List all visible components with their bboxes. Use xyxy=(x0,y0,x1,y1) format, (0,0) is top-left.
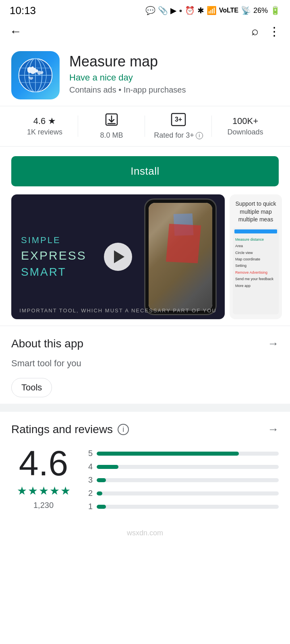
status-icons: 💬 📎 ▶ ● ⏰ ✱ 📶 VoLTE 📡 26% 🔋 xyxy=(145,6,280,15)
install-section: Install xyxy=(0,148,290,194)
watermark: wsxdn.com xyxy=(0,524,290,542)
side-screenshot-header: Support to quickmultiple mapmultiple mea… xyxy=(233,198,279,226)
youtube-icon: ▶ xyxy=(170,6,176,15)
big-rating: 4.6 ★ ★ ★ ★ ★ 1,230 xyxy=(11,446,76,510)
wifi-icon: 📶 xyxy=(207,6,217,15)
total-review-count: 1,230 xyxy=(33,501,54,510)
app-meta: Contains ads • In-app purchases xyxy=(69,85,279,95)
rating-bar-row: 5 xyxy=(85,449,279,458)
ratings-title-group: Ratings and reviews i xyxy=(11,423,129,436)
more-button[interactable]: ⋮ xyxy=(268,24,280,38)
about-title: About this app xyxy=(11,337,83,350)
app-info: Measure map Have a nice day Contains ads… xyxy=(69,51,279,95)
section-divider xyxy=(0,404,290,408)
star-4: ★ xyxy=(50,484,60,497)
star-1: ★ xyxy=(17,484,27,497)
age-rating-icon: 3+ xyxy=(171,113,186,130)
ratings-section: Ratings and reviews i → 4.6 ★ ★ ★ ★ ★ 1,… xyxy=(0,408,290,524)
ratings-title: Ratings and reviews xyxy=(11,423,113,436)
attachment-icon: 📎 xyxy=(158,6,168,15)
downloads-value: 100K+ xyxy=(232,116,258,126)
play-button[interactable] xyxy=(104,243,132,271)
alarm-icon: ⏰ xyxy=(185,6,195,15)
screenshot-bottom-text: IMPORTANT TOOL, WHICH MUST A NECESSARY P… xyxy=(11,308,225,314)
bar-fill xyxy=(97,491,102,495)
battery-icon: 🔋 xyxy=(270,6,280,15)
search-button[interactable]: ⌕ xyxy=(251,24,259,38)
nav-bar: ← ⌕ ⋮ xyxy=(0,19,290,43)
bar-track xyxy=(97,465,279,469)
file-size: 8.0 MB xyxy=(100,131,123,140)
phone-mockup xyxy=(144,198,217,315)
ratings-arrow-icon[interactable]: → xyxy=(267,423,279,436)
info-circle-icon: i xyxy=(196,132,203,139)
side-ui-header xyxy=(234,229,277,233)
stars-row: ★ ★ ★ ★ ★ xyxy=(17,484,70,497)
dot-icon: ● xyxy=(179,7,182,14)
map-aerial xyxy=(149,203,212,311)
tags-row: Tools xyxy=(11,378,279,397)
star-5-half: ★ xyxy=(60,484,70,497)
ratings-header: Ratings and reviews i → xyxy=(11,423,279,436)
star-3: ★ xyxy=(39,484,49,497)
stats-row: 4.6 ★ 1K reviews 8.0 MB 3+ Rated for 3+ … xyxy=(0,106,290,147)
stat-age: 3+ Rated for 3+ i xyxy=(145,113,212,140)
bar-track xyxy=(97,505,279,509)
svg-text:3+: 3+ xyxy=(175,116,182,123)
review-count-stat: 1K reviews xyxy=(27,128,62,136)
screenshot-overlay-text: SIMPLE EXPRESS SMART xyxy=(21,235,87,279)
signal-icon: 📡 xyxy=(241,6,251,15)
app-name: Measure map xyxy=(69,53,279,70)
bar-label: 2 xyxy=(85,489,93,498)
side-screenshot: Support to quickmultiple mapmultiple mea… xyxy=(230,194,282,319)
status-bar: 10:13 💬 📎 ▶ ● ⏰ ✱ 📶 VoLTE 📡 26% 🔋 xyxy=(0,0,290,19)
whatsapp-icon: 💬 xyxy=(145,6,155,15)
big-rating-number: 4.6 xyxy=(19,446,68,481)
stat-downloads: 100K+ Downloads xyxy=(212,113,279,140)
tools-tag[interactable]: Tools xyxy=(11,378,52,397)
stat-size: 8.0 MB xyxy=(78,113,145,140)
bar-fill xyxy=(97,478,106,482)
bar-track xyxy=(97,491,279,495)
bar-label: 4 xyxy=(85,462,93,471)
rating-bar-row: 1 xyxy=(85,502,279,511)
battery-text: 26% xyxy=(253,6,268,15)
status-time: 10:13 xyxy=(10,4,36,17)
rating-value: 4.6 ★ xyxy=(33,116,56,126)
ratings-info-icon[interactable]: i xyxy=(118,424,129,435)
downloads-label: Downloads xyxy=(227,128,263,136)
bar-label: 5 xyxy=(85,449,93,458)
bar-fill xyxy=(97,452,239,456)
app-icon xyxy=(11,51,60,99)
ratings-content: 4.6 ★ ★ ★ ★ ★ 1,230 5 4 3 xyxy=(11,446,279,511)
side-ui-menu: Measure distance Area Circle view Map co… xyxy=(234,235,277,290)
app-header: Measure map Have a nice day Contains ads… xyxy=(0,43,290,106)
side-screenshot-content: Measure distance Area Circle view Map co… xyxy=(233,228,279,314)
download-box-icon xyxy=(105,113,118,130)
rating-bar-row: 2 xyxy=(85,489,279,498)
about-description: Smart tool for you xyxy=(11,357,279,370)
screenshots-section: SIMPLE EXPRESS SMART IMPORTANT TOOL, WHI… xyxy=(0,194,290,326)
age-label: Rated for 3+ i xyxy=(154,131,203,140)
volte-icon: VoLTE xyxy=(219,7,238,14)
bar-label: 3 xyxy=(85,475,93,485)
app-developer[interactable]: Have a nice day xyxy=(69,72,279,83)
stat-rating[interactable]: 4.6 ★ 1K reviews xyxy=(11,113,78,140)
bar-label: 1 xyxy=(85,502,93,511)
rating-bar-row: 4 xyxy=(85,462,279,471)
bar-track xyxy=(97,452,279,456)
video-screenshot[interactable]: SIMPLE EXPRESS SMART IMPORTANT TOOL, WHI… xyxy=(11,194,225,319)
bars-section: 5 4 3 2 1 xyxy=(85,446,279,511)
screenshots-scroll: SIMPLE EXPRESS SMART IMPORTANT TOOL, WHI… xyxy=(0,194,290,319)
bar-track xyxy=(97,478,279,482)
about-arrow-icon[interactable]: → xyxy=(267,337,279,350)
install-button[interactable]: Install xyxy=(11,156,279,186)
phone-screen xyxy=(149,203,212,311)
about-header: About this app → xyxy=(11,337,279,350)
back-button[interactable]: ← xyxy=(10,25,22,38)
about-section: About this app → Smart tool for you Tool… xyxy=(0,326,290,404)
bluetooth-icon: ✱ xyxy=(197,6,204,15)
star-2: ★ xyxy=(28,484,38,497)
bar-fill xyxy=(97,465,118,469)
rating-bar-row: 3 xyxy=(85,475,279,485)
